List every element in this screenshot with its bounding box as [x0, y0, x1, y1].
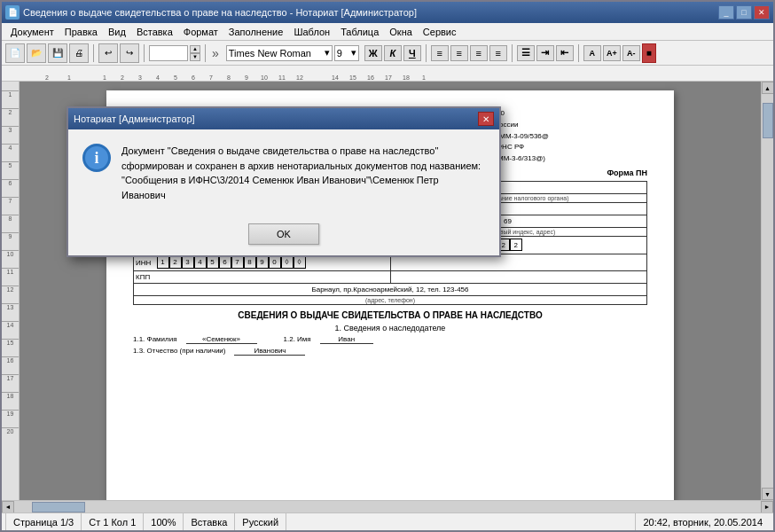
dialog-title-text: Нотариат [Администратор]: [74, 113, 478, 124]
modal-overlay: Нотариат [Администратор] ✕ i Документ "С…: [0, 0, 775, 532]
dialog: Нотариат [Администратор] ✕ i Документ "С…: [67, 106, 501, 257]
dialog-title-bar: Нотариат [Администратор] ✕: [68, 108, 499, 129]
dialog-body: i Документ "Сведения о выдаче свидетельс…: [68, 129, 499, 216]
dialog-close-button[interactable]: ✕: [478, 112, 494, 126]
dialog-message: Документ "Сведения о выдаче свидетельств…: [121, 144, 485, 202]
ok-button[interactable]: OK: [248, 223, 319, 245]
dialog-info-icon: i: [82, 144, 111, 172]
dialog-footer: OK: [68, 216, 499, 255]
